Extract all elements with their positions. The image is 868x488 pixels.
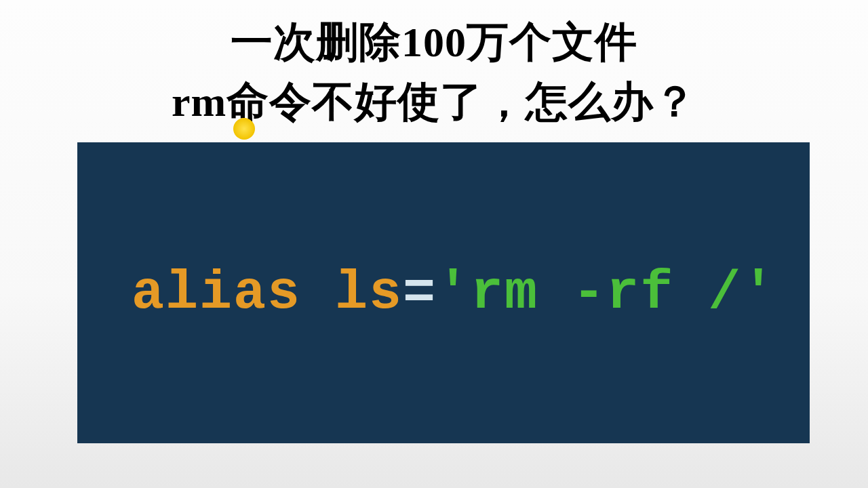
title-line-1: 一次删除100万个文件 [0,14,868,70]
code-keyword: alias [132,262,301,324]
title-line-2: rm命令不好使了，怎么办？ [0,73,868,130]
code-identifier: ls [335,262,403,324]
code-line: alias ls='rm -rf /' [132,262,776,324]
cursor-highlight-icon [233,118,255,140]
terminal-panel: alias ls='rm -rf /' [77,142,810,443]
code-string: 'rm -rf /' [437,262,776,324]
code-equals: = [403,262,437,324]
code-space [301,262,335,324]
title-block: 一次删除100万个文件 rm命令不好使了，怎么办？ [0,0,868,130]
